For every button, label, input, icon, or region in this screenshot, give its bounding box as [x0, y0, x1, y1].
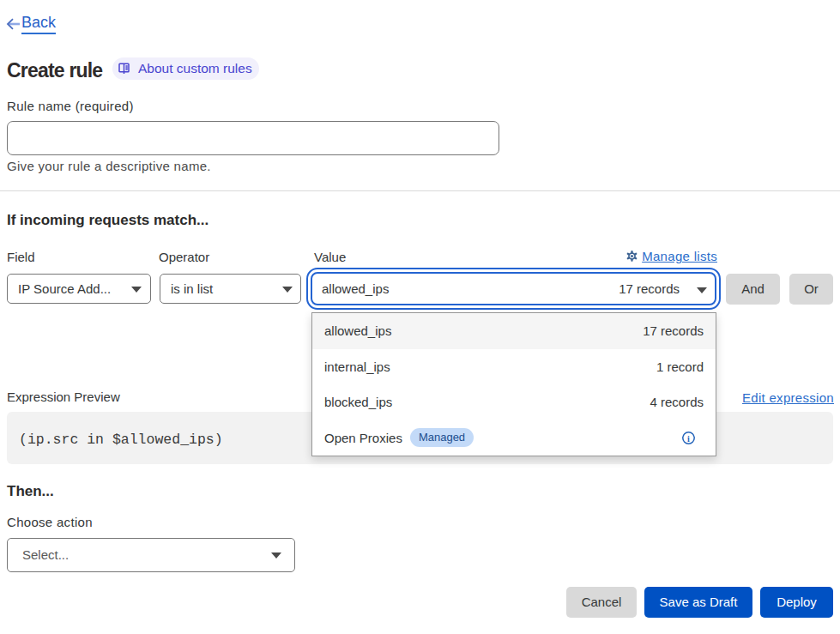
svg-text:i: i	[687, 433, 690, 443]
